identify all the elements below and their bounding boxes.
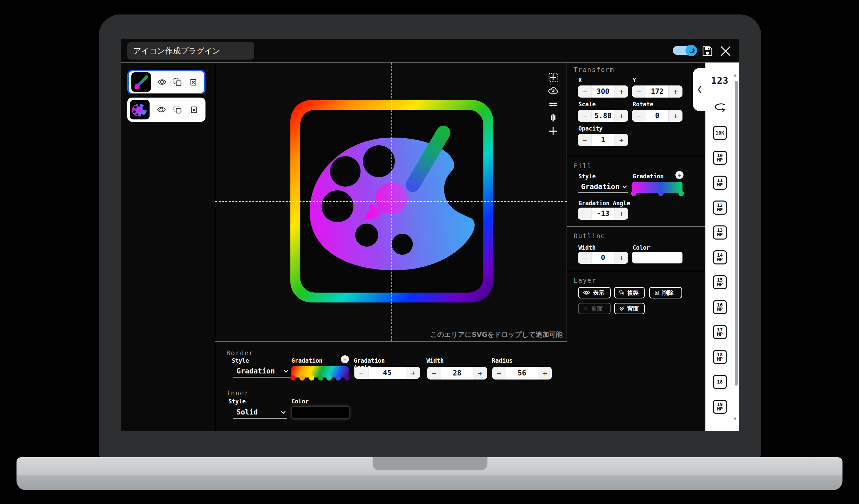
close-icon[interactable] <box>719 45 732 58</box>
add-gradient-stop-icon[interactable]: + <box>341 355 349 363</box>
rotate-minus-button[interactable]: − <box>632 110 646 122</box>
y-plus-button[interactable]: + <box>668 85 682 98</box>
fill-gradient-bar[interactable] <box>632 182 682 193</box>
cloud-download-icon[interactable] <box>547 85 559 97</box>
border-width-plus-button[interactable]: + <box>473 367 487 379</box>
scale-value[interactable]: 5.88 <box>592 110 614 122</box>
gradient-stop-handle[interactable] <box>658 191 664 196</box>
y-stepper[interactable]: − 172 + <box>632 85 682 98</box>
outline-width-minus-button[interactable]: − <box>578 252 592 264</box>
save-icon[interactable] <box>701 44 714 58</box>
fill-angle-plus-button[interactable]: + <box>614 208 628 220</box>
duplicate-icon[interactable] <box>173 77 182 87</box>
scale-stepper[interactable]: − 5.88 + <box>578 110 628 122</box>
rotate-plus-button[interactable]: + <box>668 110 682 122</box>
fill-style-dropdown[interactable]: Gradation <box>578 182 628 193</box>
strip-item-res-12mp[interactable]: 12MP <box>705 201 734 215</box>
dark-mode-toggle[interactable] <box>673 46 695 55</box>
strip-item-res-13mp[interactable]: 13MP <box>705 225 734 239</box>
border-angle-value[interactable]: 45 <box>368 367 406 379</box>
rotate-3d-icon[interactable] <box>705 101 734 113</box>
border-gradient-bar[interactable] <box>291 366 349 378</box>
outline-width-value[interactable]: 0 <box>592 252 614 264</box>
gradient-stop-handle[interactable] <box>290 375 296 380</box>
border-angle-minus-button[interactable]: − <box>355 367 368 379</box>
y-minus-button[interactable]: − <box>632 85 646 98</box>
gradient-stop-handle[interactable] <box>335 375 341 380</box>
strip-item-res-10mp[interactable]: 10MP <box>705 151 734 165</box>
strip-item-res-16mp[interactable]: 16MP <box>705 300 734 314</box>
strip-item-res-18mp[interactable]: 18MP <box>705 350 734 364</box>
editor-canvas[interactable]: このエリアにSVGをドロップして追加可能 <box>215 63 567 342</box>
grid-snap-icon[interactable] <box>547 72 559 83</box>
border-radius-stepper[interactable]: − 56 + <box>492 367 552 379</box>
dark-mode-toggle-knob[interactable] <box>685 45 697 56</box>
align-horizontal-center-icon[interactable] <box>547 112 559 124</box>
strip-scrollbar[interactable] <box>735 81 738 385</box>
scroll-down-icon[interactable]: ▼ <box>734 416 736 421</box>
duplicate-icon[interactable] <box>173 105 182 114</box>
gradient-stop-handle[interactable] <box>344 375 350 380</box>
delete-icon[interactable] <box>189 77 198 87</box>
inner-style-dropdown[interactable]: Solid <box>233 407 287 419</box>
border-radius-minus-button[interactable]: − <box>492 367 506 379</box>
gradient-stop-handle[interactable] <box>327 375 332 380</box>
add-gradient-stop-icon[interactable]: + <box>675 171 683 179</box>
scale-plus-button[interactable]: + <box>614 110 628 122</box>
gradient-stop-handle[interactable] <box>631 191 636 196</box>
strip-item-res-17mp[interactable]: 17MP <box>705 325 734 339</box>
border-radius-value[interactable]: 56 <box>506 367 538 379</box>
outline-width-plus-button[interactable]: + <box>614 252 628 264</box>
inner-color-swatch[interactable] <box>291 406 350 419</box>
border-style-dropdown[interactable]: Gradation <box>233 366 290 378</box>
border-width-value[interactable]: 28 <box>441 367 473 379</box>
fill-angle-minus-button[interactable]: − <box>578 208 592 220</box>
gradient-stop-handle[interactable] <box>318 375 323 380</box>
collapse-panel-tab[interactable] <box>693 68 706 111</box>
opacity-stepper[interactable]: − 1 + <box>578 134 628 146</box>
fill-angle-value[interactable]: -13 <box>592 208 614 220</box>
border-angle-plus-button[interactable]: + <box>406 367 420 379</box>
strip-item-res-10k[interactable]: 10K <box>705 126 734 140</box>
border-width-stepper[interactable]: − 28 + <box>427 367 487 379</box>
fill-angle-stepper[interactable]: − -13 + <box>578 208 628 220</box>
delete-icon[interactable] <box>189 105 199 114</box>
border-radius-plus-button[interactable]: + <box>538 367 552 379</box>
rotate-value[interactable]: 0 <box>646 110 668 122</box>
layer-item-palette[interactable] <box>127 98 206 122</box>
gradient-stop-handle[interactable] <box>678 191 684 196</box>
eye-icon[interactable] <box>157 105 166 114</box>
strip-item-res-11mp[interactable]: 11MP <box>705 176 734 190</box>
x-stepper[interactable]: − 300 + <box>578 85 628 98</box>
border-angle-stepper[interactable]: − 45 + <box>355 367 420 379</box>
layer-duplicate-button[interactable]: 複製 <box>614 287 645 298</box>
add-element-icon[interactable] <box>547 126 559 137</box>
strip-item-res-15mp[interactable]: 15MP <box>705 275 734 289</box>
gradient-stop-handle[interactable] <box>300 375 305 380</box>
layer-show-button[interactable]: 表示 <box>578 287 611 298</box>
border-width-minus-button[interactable]: − <box>427 367 441 379</box>
gradient-stop-handle[interactable] <box>309 375 314 380</box>
y-value[interactable]: 172 <box>646 85 668 98</box>
x-minus-button[interactable]: − <box>578 85 592 98</box>
opacity-minus-button[interactable]: − <box>578 134 592 146</box>
x-value[interactable]: 300 <box>592 85 614 98</box>
outline-width-stepper[interactable]: − 0 + <box>578 252 628 264</box>
layer-item-brush[interactable] <box>127 70 206 94</box>
layer-delete-button[interactable]: 削除 <box>649 287 682 298</box>
align-vertical-center-icon[interactable] <box>547 98 559 110</box>
layer-send-back-button[interactable]: 背面 <box>614 303 645 314</box>
strip-item-res-123[interactable]: 123 <box>705 75 734 86</box>
strip-item-res-18[interactable]: 18 <box>705 375 734 389</box>
scale-minus-button[interactable]: − <box>578 110 592 122</box>
x-plus-button[interactable]: + <box>614 85 628 98</box>
eye-icon[interactable] <box>157 77 167 87</box>
layer-bring-front-button[interactable]: 前面 <box>578 303 611 314</box>
opacity-value[interactable]: 1 <box>592 134 614 146</box>
outline-color-swatch[interactable] <box>632 252 682 264</box>
rotate-stepper[interactable]: − 0 + <box>632 110 682 122</box>
strip-item-res-19mp[interactable]: 19MP <box>705 400 734 414</box>
opacity-plus-button[interactable]: + <box>614 134 628 146</box>
plugin-title-input[interactable] <box>127 42 254 60</box>
strip-item-res-14mp[interactable]: 14MP <box>705 250 734 265</box>
